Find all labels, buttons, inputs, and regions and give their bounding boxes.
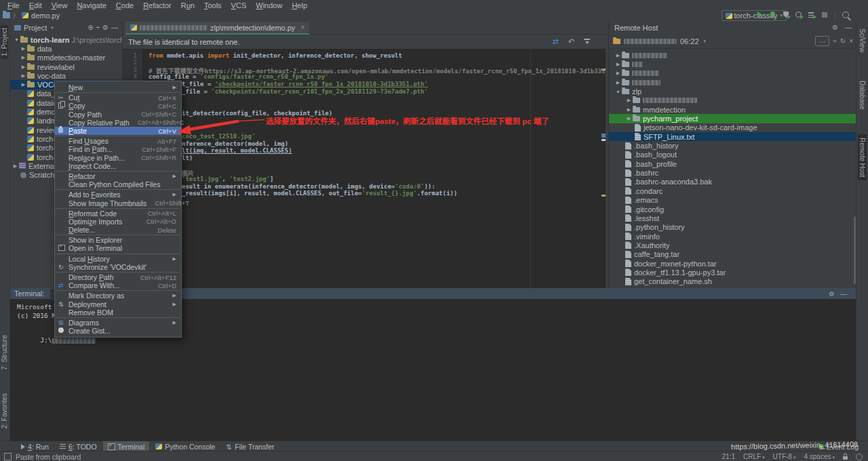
remote-tree-item-jetson-nano-dev-kit-sd-card-image[interactable]: jetson-nano-dev-kit-sd-card-image bbox=[609, 123, 857, 132]
tree-toggle-icon[interactable]: ▶ bbox=[625, 116, 633, 121]
context-menu-item-directory-path[interactable]: Directory PathCtrl+Alt+F12 bbox=[55, 273, 181, 281]
context-menu-item-show-image-thumbnails[interactable]: Show Image ThumbnailsCtrl+Shift+T bbox=[55, 199, 181, 207]
remote-tree-item-docker-mxnet-python-tar[interactable]: docker_mxnet-python.tar bbox=[609, 259, 857, 268]
menu-refactor[interactable]: Refactor bbox=[138, 1, 176, 9]
lock-icon[interactable] bbox=[843, 456, 848, 460]
remote-tree-item-docker-tf1-13-1-gpu-py3-tar[interactable]: docker_tf1.13.1-gpu-py3.tar bbox=[609, 268, 857, 277]
remote-tree-item-pycharm-project[interactable]: ▶pycharm_project bbox=[609, 114, 857, 123]
context-menu-item-clean-python-compiled-files[interactable]: Clean Python Compiled Files bbox=[55, 180, 181, 188]
tree-toggle-icon[interactable]: ▶ bbox=[20, 55, 27, 60]
remote-tree-item-bash-history[interactable]: .bash_history bbox=[609, 141, 857, 150]
context-menu-item-refactor[interactable]: Refactor▶ bbox=[55, 172, 181, 180]
menu-file[interactable]: File bbox=[3, 1, 24, 9]
editor-tab[interactable]: zlp\mmdetection\demo.py × bbox=[125, 22, 309, 35]
debug-button[interactable] bbox=[770, 12, 776, 18]
context-menu-item-deployment[interactable]: ⇅Deployment▶ bbox=[55, 300, 181, 308]
context-menu-item-show-in-explorer[interactable]: Show in Explorer bbox=[55, 236, 181, 244]
project-tree-item-mmdetection-master[interactable]: ▶mmdetection-master bbox=[10, 54, 122, 62]
line-separator-select[interactable]: CRLF▾ bbox=[743, 453, 765, 460]
toolwindow-button-python-console[interactable]: Python Console bbox=[151, 441, 220, 452]
context-menu-item-new[interactable]: New▶ bbox=[55, 83, 181, 92]
run-button[interactable] bbox=[757, 12, 764, 18]
project-tree-item-torch-learn[interactable]: ▼torch-learn J:\projects\torch-l bbox=[10, 35, 122, 44]
toolwindow-switcher-icon[interactable] bbox=[4, 453, 12, 460]
project-panel-title[interactable]: Project bbox=[24, 24, 47, 32]
tree-toggle-icon[interactable]: ▶ bbox=[614, 80, 622, 85]
hide-panel-icon[interactable]: — bbox=[840, 290, 847, 298]
context-menu-item-mark-directory-as[interactable]: Mark Directory as▶ bbox=[55, 292, 181, 300]
remote-tree-item-gitconfig[interactable]: .gitconfig bbox=[609, 205, 857, 214]
tree-toggle-icon[interactable]: ▼ bbox=[614, 89, 622, 94]
hide-notification-icon[interactable] bbox=[584, 39, 590, 45]
context-menu-item-cut[interactable]: ✂CutCtrl+X bbox=[55, 94, 181, 102]
tree-toggle-icon[interactable]: ▼ bbox=[13, 37, 20, 42]
menu-vcs[interactable]: VCS bbox=[226, 1, 252, 9]
run-with-button[interactable] bbox=[808, 12, 815, 18]
remote-tree-item-bashrc[interactable]: .bashrc bbox=[609, 168, 857, 177]
indent-select[interactable]: 4 spaces▾ bbox=[804, 453, 835, 460]
close-icon[interactable]: × bbox=[849, 37, 853, 45]
caret-position[interactable]: 21:1 bbox=[722, 453, 734, 460]
context-menu-item-find-usages[interactable]: Find UsagesAlt+F7 bbox=[55, 137, 181, 145]
tree-toggle-icon[interactable]: ▶ bbox=[20, 73, 27, 79]
settings-gear-icon[interactable]: ⚙ bbox=[102, 24, 108, 31]
context-menu-item-local-history[interactable]: Local History▶ bbox=[55, 255, 181, 263]
remote-tree-item-masked[interactable]: ▶ bbox=[609, 51, 857, 60]
toolwindow-button-file-transfer[interactable]: ⇅File Transfer bbox=[221, 441, 279, 452]
remote-tree-item-masked[interactable]: ▶ bbox=[609, 69, 857, 78]
highlighting-level-icon[interactable] bbox=[856, 454, 863, 460]
hide-panel-icon[interactable]: — bbox=[845, 24, 852, 31]
search-everywhere-icon[interactable] bbox=[842, 12, 849, 18]
browse-remote-button[interactable]: ... bbox=[815, 36, 829, 46]
code-area[interactable]: 1234 from mmdet.apis import init_detecto… bbox=[123, 49, 606, 288]
remote-tree-item-caffe-tang-tar[interactable]: caffe_tang.tar bbox=[609, 250, 857, 259]
tree-toggle-icon[interactable]: ▶ bbox=[614, 71, 622, 76]
context-menu-item-add-to-favorites[interactable]: Add to Favorites▶ bbox=[55, 191, 181, 199]
sidebar-tab-structure[interactable]: 7: Structure bbox=[1, 332, 8, 373]
context-menu-item-diagrams[interactable]: ⊞Diagrams▶ bbox=[55, 319, 181, 327]
tree-toggle-icon[interactable]: ▶ bbox=[625, 107, 633, 113]
context-menu-item-copy-relative-path[interactable]: Copy Relative PathCtrl+Alt+Shift+C bbox=[55, 119, 181, 127]
run-coverage-button[interactable] bbox=[783, 12, 789, 18]
remote-tree-item-sftp-linux-txt[interactable]: SFTP_Linux.txt bbox=[609, 132, 857, 141]
chevron-down-icon[interactable]: ▾ bbox=[704, 39, 707, 44]
remote-tree-item-python-history[interactable]: .python_history bbox=[609, 223, 857, 232]
profiler-button[interactable] bbox=[795, 12, 802, 18]
tree-toggle-icon[interactable]: ▶ bbox=[20, 64, 27, 70]
stop-button[interactable] bbox=[821, 12, 828, 18]
context-menu-item-inspect-code[interactable]: Inspect Code... bbox=[55, 162, 181, 170]
tree-toggle-icon[interactable]: ▶ bbox=[614, 53, 622, 58]
context-menu-item-synchronize-vocdevkit[interactable]: ↻Synchronize 'VOCdevkit' bbox=[55, 263, 181, 271]
menu-navigate[interactable]: Navigate bbox=[72, 1, 111, 9]
context-menu-item-compare-with[interactable]: ⇄Compare With...Ctrl+D bbox=[55, 281, 181, 289]
context-menu-item-open-in-terminal[interactable]: Open in Terminal bbox=[55, 244, 181, 252]
hide-panel-icon[interactable]: — bbox=[111, 24, 118, 31]
sidebar-tab-remote-host[interactable]: Remote Host bbox=[858, 134, 867, 180]
context-menu-item-optimize-imports[interactable]: Optimize ImportsCtrl+Alt+O bbox=[55, 218, 181, 226]
sidebar-tab-favorites[interactable]: 2: Favorites bbox=[1, 390, 8, 431]
menu-window[interactable]: Window bbox=[251, 1, 287, 9]
project-tree-item-reviewlabel[interactable]: ▶reviewlabel bbox=[10, 62, 122, 71]
remote-tree-item-masked[interactable]: ▶ bbox=[609, 78, 857, 87]
context-menu-item-remove-bom[interactable]: Remove BOM bbox=[55, 308, 181, 317]
remote-tree-item-viminfo[interactable]: .viminfo bbox=[609, 232, 857, 241]
remote-tree-item-bash-logout[interactable]: .bash_logout bbox=[609, 151, 857, 159]
close-tab-icon[interactable]: × bbox=[300, 24, 304, 31]
tree-toggle-icon[interactable]: ▶ bbox=[614, 62, 622, 67]
remote-tree-item-zlp[interactable]: ▼zlp bbox=[609, 87, 857, 96]
locate-file-icon[interactable]: ⊕ bbox=[87, 24, 93, 31]
menu-run[interactable]: Run bbox=[176, 1, 199, 9]
remote-tree-item-masked[interactable]: ▶ bbox=[609, 60, 857, 68]
remote-tree-item-condarc[interactable]: .condarc bbox=[609, 186, 857, 195]
tree-toggle-icon[interactable]: ▶ bbox=[20, 46, 27, 52]
remote-tree-item-xauthority[interactable]: .Xauthority bbox=[609, 241, 857, 249]
remote-tree-item-emacs[interactable]: .emacs bbox=[609, 196, 857, 205]
remote-tree-item-lesshst[interactable]: .lesshst bbox=[609, 214, 857, 222]
breadcrumb-file[interactable]: demo.py bbox=[31, 12, 60, 20]
tree-toggle-icon[interactable]: ▶ bbox=[12, 163, 19, 169]
menu-help[interactable]: Help bbox=[287, 1, 312, 9]
sidebar-tab-project[interactable]: 1: Project bbox=[1, 25, 8, 59]
sidebar-tab-database[interactable]: Database bbox=[858, 77, 867, 113]
diff-icon[interactable]: ⇄ bbox=[553, 37, 559, 46]
context-menu-item-create-gist[interactable]: Create Gist... bbox=[55, 327, 181, 335]
